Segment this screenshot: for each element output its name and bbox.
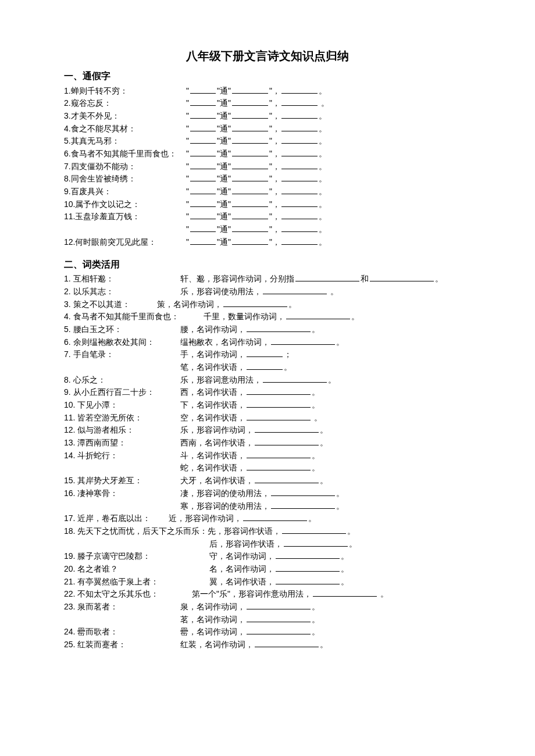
- cilei-row: 19. 滕子京谪守巴陵郡： 守，名词作动词，。: [64, 550, 471, 563]
- cilei-row: 1. 互相轩邈： 轩、邈，形容词作动词，分别指和。: [64, 273, 471, 286]
- cilei-row: 23. 泉而茗者： 泉，名词作动词，。: [64, 601, 471, 614]
- tongjia-row: 3.才美不外见： ""通""，。: [64, 110, 471, 123]
- tongjia-row-extra: ""通""，。: [64, 223, 471, 236]
- tongjia-row: 2.窥谷忘反： ""通""， 。: [64, 97, 471, 110]
- cilei-row-cont: 蛇，名词作状语，。: [64, 462, 471, 475]
- cilei-row: 20. 名之者谁？ 名，名词作动词，。: [64, 563, 471, 576]
- tongjia-row: 6.食马者不知其能千里而食也： ""通""，。: [64, 148, 471, 161]
- section-2-heading: 二、词类活用: [64, 257, 471, 272]
- cilei-row: 4. 食马者不知其能千里而食也： 千里，数量词作动词，。: [64, 311, 471, 323]
- tongjia-row: 7.四支僵劲不能动： ""通""，。: [64, 161, 471, 173]
- tongjia-row: 10.属予作文以记之： ""通""，。: [64, 198, 471, 211]
- blank[interactable]: [190, 85, 216, 94]
- cilei-row: 25. 红装而蹇者： 红装，名词作动词，。: [64, 639, 471, 651]
- cilei-row: 17. 近岸，卷石底以出： 近，形容词作动词，。: [64, 512, 471, 525]
- item-text: 蝉则千转不穷：: [71, 86, 128, 95]
- cilei-row: 5. 腰白玉之环： 腰，名词作动词，。: [64, 323, 471, 336]
- cilei-row: 21. 有亭翼然临于泉上者： 翼，名词作状语，。: [64, 576, 471, 589]
- cilei-row: 12. 似与游者相乐： 乐，形容词作动词，。: [64, 424, 471, 437]
- cilei-row: 10. 下见小潭： 下，名词作状语，。: [64, 399, 471, 412]
- cilei-row: 3. 策之不以其道： 策，名词作动词，。: [64, 298, 471, 311]
- blank[interactable]: [281, 85, 318, 94]
- tongjia-row: 8.同舍生皆被绮绣： ""通""，。: [64, 173, 471, 186]
- cilei-row-cont: 笔，名词作状语，。: [64, 361, 471, 374]
- cilei-row-cont: 后，形容词作状语，。: [64, 538, 471, 551]
- tongjia-row: 12.何时眼前突兀见此屋： ""通""，。: [64, 236, 471, 249]
- cilei-row: 18. 先天下之忧而忧，后天下之乐而乐：先，形容词作状语，。: [64, 525, 471, 538]
- cilei-row: 11. 皆若空游无所依： 空，名词作状语， 。: [64, 412, 471, 425]
- cilei-row: 24. 罍而歌者： 罍，名词作动词，。: [64, 626, 471, 639]
- cilei-row: 7. 手自笔录： 手，名词作动词，；: [64, 348, 471, 361]
- cilei-row: 2. 以乐其志： 乐，形容词使动用法， 。: [64, 286, 471, 298]
- tongjia-row: 1.蝉则千转不穷： ""通""，。: [64, 85, 471, 98]
- section-1-heading: 一、通假字: [64, 69, 471, 84]
- cilei-row: 8. 心乐之： 乐，形容词意动用法，。: [64, 374, 471, 387]
- cilei-row: 16. 凄神寒骨： 凄，形容词的使动用法，。: [64, 487, 471, 500]
- cilei-row-cont: 寒，形容词的使动用法，。: [64, 500, 471, 513]
- tongjia-row: 9.百废具兴： ""通""，。: [64, 186, 471, 198]
- blank[interactable]: [232, 85, 268, 94]
- cilei-row: 9. 从小丘西行百二十步： 西，名词作状语，。: [64, 386, 471, 399]
- cilei-row: 6. 余则缊袍敝衣处其间： 缊袍敝衣，名词作动词，。: [64, 336, 471, 349]
- cilei-row: 22. 不知太守之乐其乐也： 第一个"乐"，形容词作意动用法， 。: [64, 588, 471, 601]
- cilei-row: 14. 斗折蛇行： 斗，名词作状语，。: [64, 450, 471, 462]
- tongjia-row: 11.玉盘珍羞直万钱： ""通""，。: [64, 211, 471, 223]
- cilei-row: 15. 其岸势犬牙差互： 犬牙，名词作状语，。: [64, 475, 471, 487]
- tongjia-row: 5.其真无马邪： ""通""，。: [64, 135, 471, 148]
- cilei-row-cont: 茗，名词作动词，。: [64, 614, 471, 626]
- page-title: 八年级下册文言诗文知识点归纳: [64, 47, 471, 65]
- tongjia-row: 4.食之不能尽其材： ""通""，。: [64, 123, 471, 135]
- fill-pattern: ""通""，。: [186, 85, 471, 98]
- item-num: 1.: [64, 86, 71, 95]
- cilei-row: 13. 潭西南而望： 西南，名词作状语，。: [64, 437, 471, 450]
